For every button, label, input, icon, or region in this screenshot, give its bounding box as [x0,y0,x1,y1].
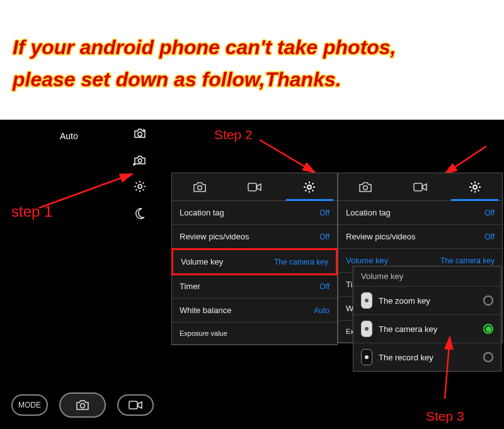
radio-unselected[interactable] [483,352,493,362]
svg-point-11 [364,185,368,190]
tab-settings[interactable] [282,173,337,200]
label: Volume key [181,257,223,266]
svg-line-6 [260,140,315,173]
camera-icon [193,181,207,193]
zoom-key-icon [361,292,372,309]
label: Timer [180,282,200,291]
svg-point-1 [138,159,142,163]
settings-tabs [172,173,337,201]
value: Off [319,232,329,241]
row-exposure-truncated[interactable]: Exposure value [172,323,337,345]
camera-bottom-bar: MODE [11,392,154,418]
instruction-text: If your android phone can't take photos,… [0,0,504,115]
option-label: The zoom key [379,296,430,306]
video-icon [129,401,142,409]
radio-selected[interactable] [483,324,493,334]
instruction-line-1: If your android phone can't take photos, [13,31,491,64]
label: Review pics/videos [346,232,416,241]
value: Off [484,209,495,217]
label: Location tag [346,208,391,217]
svg-point-0 [138,132,142,136]
svg-line-14 [445,337,450,399]
svg-line-7 [445,146,486,174]
mode-button[interactable]: MODE [11,394,48,416]
svg-rect-12 [414,183,422,191]
svg-point-4 [81,404,85,408]
svg-point-13 [473,185,477,189]
step2-annotation: Step 2 [214,127,253,142]
video-icon [248,183,261,192]
label: White balance [180,306,231,315]
svg-rect-5 [129,401,137,409]
tab-photo[interactable] [172,173,227,200]
quick-share-icon[interactable] [132,152,147,168]
settings-tabs [338,173,502,201]
camera-icon [76,399,89,411]
value: The camera key [440,256,495,265]
row-review-pics[interactable]: Review pics/videosOff [172,225,337,249]
value: Off [319,282,329,291]
camera-icon [358,181,372,193]
video-icon [413,183,427,192]
popup-title: Volume key [353,266,501,287]
value: Off [484,232,495,241]
gear-icon [303,181,316,193]
svg-point-10 [307,185,311,189]
camera-viewfinder: Auto step 1 MODE [0,120,164,429]
row-white-balance[interactable]: White balanceAuto [172,299,337,323]
tab-video[interactable] [393,173,448,200]
row-volume-key-highlighted[interactable]: Volume keyThe camera key [171,248,338,275]
tab-video[interactable] [227,173,282,200]
label: Review pics/videos [180,232,249,241]
tab-photo[interactable] [338,173,393,200]
svg-rect-9 [248,183,256,191]
value: Auto [314,306,329,315]
record-button[interactable] [117,394,154,416]
tab-settings[interactable] [447,173,502,200]
radio-unselected[interactable] [483,295,493,306]
mode-label: MODE [18,401,41,409]
svg-point-8 [197,185,202,190]
label: Exposure value [180,329,227,337]
auto-mode-label: Auto [60,131,78,141]
camera-key-icon [361,321,372,337]
value: The camera key [274,258,328,266]
label: Volume key [346,256,388,265]
row-timer[interactable]: TimerOff [172,275,337,299]
row-review-pics[interactable]: Review pics/videosOff [338,225,502,249]
gear-icon [469,181,481,193]
svg-line-3 [39,174,132,208]
label: Location tag [180,208,224,217]
instruction-line-2: please set down as follow,Thanks. [13,64,491,96]
settings-panel-step2: Location tagOff Review pics/videosOff Vo… [171,173,338,345]
row-location-tag[interactable]: Location tagOff [172,201,337,225]
phone-screenshot-composite: Auto step 1 MODE [0,120,504,429]
value: Off [319,209,329,217]
option-label: The camera key [379,324,437,334]
step3-annotation: Step 3 [426,409,464,424]
shutter-button[interactable] [59,392,106,418]
row-location-tag[interactable]: Location tagOff [338,201,502,225]
switch-camera-icon[interactable] [132,126,147,141]
option-zoom-key[interactable]: The zoom key [353,287,501,315]
record-key-icon [361,349,372,365]
